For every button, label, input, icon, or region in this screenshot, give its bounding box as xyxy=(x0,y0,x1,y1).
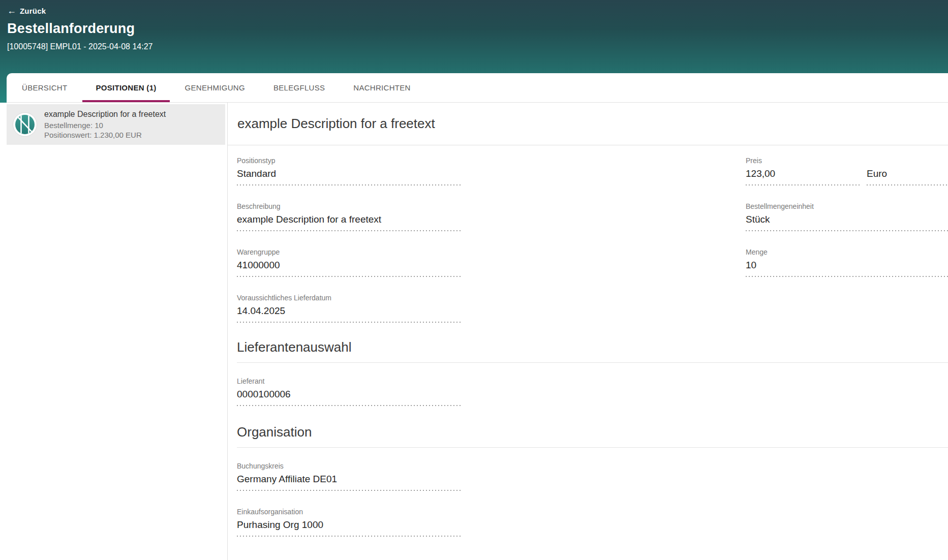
page-title: Bestellanforderung xyxy=(7,21,152,37)
field-einkaufsorganisation: Einkaufsorganisation Purhasing Org 1000 xyxy=(237,508,462,537)
field-label: Voraussichtliches Lieferdatum xyxy=(237,294,462,302)
tab-positionen[interactable]: POSITIONEN (1) xyxy=(81,73,170,102)
field-einkaufsorganisation-value[interactable]: Purhasing Org 1000 xyxy=(237,519,462,531)
field-label: Lieferant xyxy=(237,377,462,385)
field-label: Positionstyp xyxy=(237,157,462,165)
tab-belegfluss[interactable]: BELEGFLUSS xyxy=(259,73,339,102)
field-underline xyxy=(237,536,462,537)
back-button[interactable]: ← Zurück xyxy=(7,5,152,16)
section-title: Lieferantenauswahl xyxy=(237,339,948,355)
item-title: example Description for a freetext xyxy=(44,110,166,119)
field-lieferant: Lieferant 0000100006 xyxy=(237,377,462,406)
content-body: example Description for a freetext Beste… xyxy=(7,103,948,560)
page-subtitle: [10005748] EMPL01 - 2025-04-08 14:27 xyxy=(7,42,152,51)
field-warengruppe-value[interactable]: 41000000 xyxy=(237,260,462,271)
field-positionstyp: Positionstyp Standard xyxy=(237,157,462,185)
field-label: Einkaufsorganisation xyxy=(237,508,462,516)
detail-heading-row: example Description for a freetext xyxy=(228,103,948,145)
form-row: Lieferant 0000100006 xyxy=(237,377,948,406)
field-positionstyp-value[interactable]: Standard xyxy=(237,168,462,179)
field-underline xyxy=(746,184,862,185)
field-waehrung-value[interactable]: Euro xyxy=(867,168,948,179)
detail-form: Positionstyp Standard Preis 123,00 xyxy=(228,145,948,553)
field-underline xyxy=(237,322,462,323)
form-row: Buchungskreis Germany Affiliate DE01 xyxy=(237,462,948,491)
field-label: Beschreibung xyxy=(237,202,462,210)
position-list-item[interactable]: example Description for a freetext Beste… xyxy=(7,104,225,145)
field-label: Preis xyxy=(746,157,948,165)
position-detail-panel: example Description for a freetext Posit… xyxy=(227,103,948,560)
field-underline xyxy=(746,276,948,277)
field-beschreibung-value[interactable]: example Description for a freetext xyxy=(237,214,462,225)
detail-heading: example Description for a freetext xyxy=(237,116,435,132)
field-underline xyxy=(237,405,462,406)
field-waehrung: Euro xyxy=(867,168,948,185)
field-underline xyxy=(237,490,462,491)
field-preis-group: Preis 123,00 Euro xyxy=(746,157,948,185)
section-lieferantenauswahl: Lieferantenauswahl Lieferant 0000100006 xyxy=(237,339,948,406)
field-underline xyxy=(867,184,948,185)
field-label: Bestellmengeneinheit xyxy=(746,202,948,210)
page-header: ← Zurück Bestellanforderung [10005748] E… xyxy=(7,5,152,51)
field-label: Warengruppe xyxy=(237,248,462,256)
field-preis-value[interactable]: 123,00 xyxy=(746,168,862,179)
field-menge: Menge 10 xyxy=(746,248,948,277)
content-card: ÜBERSICHT POSITIONEN (1) GENEHMIGUNG BEL… xyxy=(7,73,948,560)
tab-genehmigung[interactable]: GENEHMIGUNG xyxy=(171,73,259,102)
form-row: Beschreibung example Description for a f… xyxy=(237,202,948,231)
field-underline xyxy=(237,230,462,231)
item-order-quantity: Bestellmenge: 10 xyxy=(44,120,166,130)
form-row: Warengruppe 41000000 Menge 10 xyxy=(237,248,948,277)
field-buchungskreis-value[interactable]: Germany Affiliate DE01 xyxy=(237,474,462,485)
tab-uebersicht[interactable]: ÜBERSICHT xyxy=(8,73,81,102)
field-menge-value[interactable]: 10 xyxy=(746,260,948,271)
section-title: Organisation xyxy=(237,424,948,440)
field-buchungskreis: Buchungskreis Germany Affiliate DE01 xyxy=(237,462,462,491)
field-lieferdatum: Voraussichtliches Lieferdatum 14.04.2025 xyxy=(237,294,462,323)
field-lieferdatum-value[interactable]: 14.04.2025 xyxy=(237,305,462,317)
field-underline xyxy=(237,276,462,277)
field-bestellmengeneinheit: Bestellmengeneinheit Stück xyxy=(746,202,948,231)
field-lieferant-value[interactable]: 0000100006 xyxy=(237,389,462,400)
section-organisation: Organisation Buchungskreis Germany Affil… xyxy=(237,424,948,537)
form-row: Voraussichtliches Lieferdatum 14.04.2025 xyxy=(237,294,948,323)
field-warengruppe: Warengruppe 41000000 xyxy=(237,248,462,277)
field-underline xyxy=(746,230,948,231)
position-list: example Description for a freetext Beste… xyxy=(7,103,227,560)
field-label: Buchungskreis xyxy=(237,462,462,470)
field-bestellmengeneinheit-value[interactable]: Stück xyxy=(746,214,948,225)
field-beschreibung: Beschreibung example Description for a f… xyxy=(237,202,462,231)
field-preis: 123,00 xyxy=(746,168,862,185)
tab-bar: ÜBERSICHT POSITIONEN (1) GENEHMIGUNG BEL… xyxy=(7,73,948,103)
n-logo-icon xyxy=(13,112,37,137)
tab-nachrichten[interactable]: NACHRICHTEN xyxy=(339,73,424,102)
item-position-value: Positionswert: 1.230,00 EUR xyxy=(44,130,166,140)
back-button-label: Zurück xyxy=(20,7,46,15)
form-row: Positionstyp Standard Preis 123,00 xyxy=(237,157,948,185)
field-label: Menge xyxy=(746,248,948,256)
arrow-left-icon: ← xyxy=(7,6,16,15)
field-underline xyxy=(237,184,462,185)
form-row: Einkaufsorganisation Purhasing Org 1000 xyxy=(237,508,948,537)
